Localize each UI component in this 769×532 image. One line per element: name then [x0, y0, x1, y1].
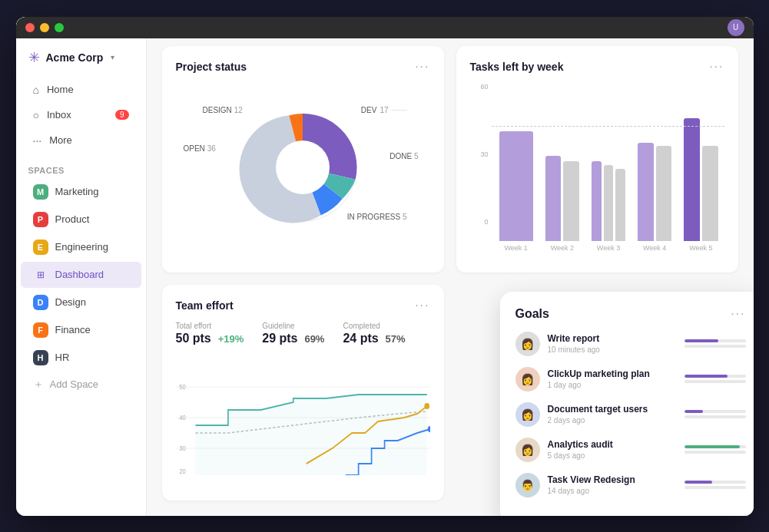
more-icon: ··· — [33, 134, 42, 147]
area-fill — [195, 395, 426, 475]
space-hr[interactable]: H HR — [21, 345, 141, 371]
goal-avatar-0: 👩 — [515, 332, 540, 356]
user-avatar[interactable]: U — [728, 19, 744, 36]
nav-item-more[interactable]: ··· More — [21, 128, 141, 153]
home-icon: ⌂ — [33, 84, 39, 96]
sidebar: ✳ Acme Corp ▾ ⌂ Home ○ Inbox 9 ··· More … — [16, 17, 147, 516]
progress-fill-0 — [684, 339, 718, 342]
progress-bg-4 — [684, 481, 746, 484]
completed-pct: 57% — [386, 333, 406, 345]
bar-group-week4 — [631, 143, 678, 241]
goal-avatar-3: 👩 — [515, 438, 540, 462]
bar-group-week2 — [539, 156, 585, 241]
company-name: Acme Corp — [46, 51, 104, 64]
goal-time-3: 5 days ago — [548, 451, 677, 460]
nav-item-inbox[interactable]: ○ Inbox 9 — [21, 103, 141, 127]
project-status-header: Project status ··· — [176, 60, 430, 74]
x-label-week1: Week 1 — [493, 244, 539, 252]
space-dot-dashboard: ⊞ — [33, 267, 48, 283]
bar-w3-2 — [604, 165, 614, 240]
goal-avatar-4: 👨 — [515, 473, 540, 497]
bar-w4-1 — [638, 143, 654, 241]
team-effort-title: Team effort — [176, 299, 234, 312]
pie-label-design: DESIGN 12 — [203, 106, 243, 114]
maximize-button[interactable] — [55, 23, 64, 32]
chevron-down-icon: ▾ — [111, 53, 114, 61]
goal-name-1: ClickUp marketing plan — [548, 368, 677, 379]
bar-group-week5 — [678, 118, 724, 241]
space-label-finance: Finance — [55, 324, 91, 335]
goal-time-2: 2 days ago — [548, 416, 677, 425]
team-effort-more-button[interactable]: ··· — [415, 299, 429, 312]
svg-text:50: 50 — [179, 382, 186, 391]
goal-item-3: 👩 Analytics audit 5 days ago — [515, 438, 746, 462]
nav-item-home[interactable]: ⌂ Home — [21, 78, 141, 102]
goal-time-0: 10 minutes ago — [548, 345, 677, 354]
progress-bg-3 — [684, 445, 746, 448]
goal-progress-2 — [684, 410, 746, 418]
goals-header: Goals ··· — [515, 307, 746, 321]
space-product[interactable]: P Product — [21, 207, 141, 233]
tasks-header: Tasks left by week ··· — [470, 60, 724, 74]
nav-label-more: More — [49, 134, 72, 146]
space-marketing[interactable]: M Marketing — [21, 179, 141, 205]
space-label-engineering: Engineering — [55, 241, 108, 253]
guideline-stat: Guideline 29 pts 69% — [262, 322, 324, 345]
goal-name-2: Document target users — [548, 404, 677, 415]
bar-w3-1 — [592, 161, 602, 240]
progress-bg-0 — [684, 339, 746, 342]
goal-progress-0 — [684, 339, 746, 348]
guideline-label: Guideline — [262, 322, 324, 330]
tasks-more-button[interactable]: ··· — [709, 60, 724, 74]
nav-items: ⌂ Home ○ Inbox 9 ··· More — [16, 74, 146, 157]
goal-item-2: 👩 Document target users 2 days ago — [515, 402, 746, 427]
space-design[interactable]: D Design — [21, 289, 141, 316]
progress-bg-0b — [684, 345, 746, 348]
space-dashboard[interactable]: ⊞ Dashboard — [21, 262, 141, 288]
pie-label-dev: DEV 17 — [361, 106, 407, 114]
bar-w2-1 — [545, 156, 562, 241]
goal-avatar-1: 👩 — [515, 367, 540, 392]
goals-more-button[interactable]: ··· — [731, 307, 745, 321]
inbox-badge: 9 — [115, 110, 129, 120]
space-dot-finance: F — [33, 322, 48, 338]
space-label-design: Design — [55, 296, 86, 308]
progress-bg-3b — [684, 451, 746, 454]
y-label-0: 0 — [484, 218, 488, 226]
goal-info-2: Document target users 2 days ago — [548, 404, 677, 425]
progress-fill-3 — [684, 445, 740, 448]
progress-bg-2b — [684, 415, 746, 418]
space-dot-marketing: M — [33, 184, 48, 200]
space-label-product: Product — [55, 213, 90, 225]
bar-w3-3 — [615, 169, 625, 241]
pie-label-inprogress: IN PROGRESS 5 — [347, 213, 407, 221]
spaces-section-label: Spaces — [16, 157, 146, 178]
goal-name-4: Task View Redesign — [548, 474, 677, 485]
pie-chart-container: DEV 17 DONE 5 IN PROGRESS 5 OPEN 36 DESI… — [176, 83, 430, 252]
add-icon: ＋ — [33, 378, 44, 392]
goals-card: Goals ··· 👩 Write report 10 minutes ago … — [500, 292, 754, 516]
goals-title: Goals — [515, 307, 549, 321]
add-space-button[interactable]: ＋ Add Space — [21, 372, 141, 397]
close-button[interactable] — [25, 23, 35, 32]
bar-chart: 60 30 0 — [470, 83, 724, 252]
space-engineering[interactable]: E Engineering — [21, 234, 141, 260]
completed-value: 24 pts 57% — [343, 332, 405, 345]
goal-time-4: 14 days ago — [548, 487, 677, 495]
goal-name-3: Analytics audit — [548, 439, 677, 450]
svg-text:20: 20 — [179, 467, 186, 475]
pie-label-open: OPEN 36 — [184, 144, 216, 153]
pie-center — [276, 140, 330, 194]
project-status-title: Project status — [176, 61, 247, 73]
goal-avatar-2: 👩 — [515, 402, 540, 427]
minimize-button[interactable] — [40, 23, 49, 32]
company-header[interactable]: ✳ Acme Corp ▾ — [16, 38, 146, 74]
app-window: U ✳ Acme Corp ▾ ⌂ Home ○ Inbox 9 ··· Mor… — [16, 17, 754, 516]
progress-fill-1 — [684, 375, 728, 378]
space-label-hr: HR — [55, 352, 70, 363]
total-effort-stat: Total effort 50 pts +19% — [176, 322, 244, 345]
y-label-30: 30 — [480, 150, 488, 158]
add-space-label: Add Space — [50, 378, 99, 390]
project-status-more-button[interactable]: ··· — [415, 60, 429, 74]
space-finance[interactable]: F Finance — [21, 317, 141, 343]
